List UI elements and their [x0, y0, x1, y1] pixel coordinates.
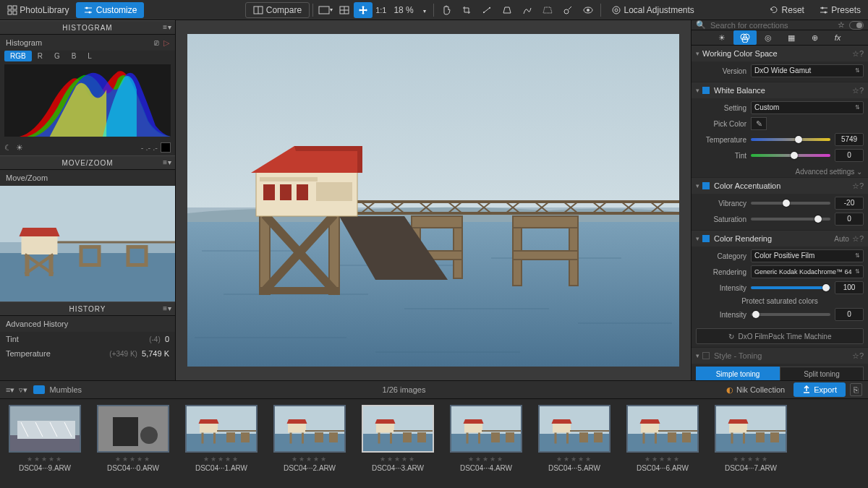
render-intensity-slider[interactable]: [751, 286, 830, 289]
svg-rect-165: [716, 406, 787, 434]
thumbnail[interactable]: ★★★★★DSC04···4.ARW: [447, 405, 525, 485]
monitor-icon[interactable]: ⎚: [154, 38, 159, 48]
straighten-tool-icon[interactable]: [477, 2, 496, 18]
protect-intensity-value[interactable]: 0: [835, 308, 864, 321]
rating-stars[interactable]: ★★★★★: [468, 455, 504, 463]
history-row[interactable]: Temperature(+349 K) 5,749 K: [0, 346, 175, 361]
highlight-clip-icon[interactable]: ☀: [16, 143, 23, 153]
view-layout-icon[interactable]: ▾: [316, 2, 335, 18]
histogram-menu-icon[interactable]: ≡▾: [163, 23, 172, 31]
local-panel-icon[interactable]: ⊕: [803, 30, 826, 45]
presets-button[interactable]: Presets: [812, 2, 868, 18]
rating-stars[interactable]: ★★★★★: [292, 455, 328, 463]
light-panel-icon[interactable]: ☀: [710, 30, 733, 45]
thumbnail[interactable]: ★★★★★DSC04···6.ARW: [624, 405, 702, 485]
filmstrip-menu-icon[interactable]: ≡▾: [6, 385, 14, 395]
rating-stars[interactable]: ★★★★★: [644, 455, 681, 463]
geometry-panel-icon[interactable]: ▦: [780, 30, 803, 45]
saturation-value-accent[interactable]: 0: [835, 213, 864, 226]
vibrancy-value[interactable]: -20: [835, 197, 864, 210]
svg-rect-127: [315, 432, 323, 442]
histogram-tab-g[interactable]: G: [48, 51, 66, 61]
detail-panel-icon[interactable]: ◎: [757, 30, 780, 45]
rating-stars[interactable]: ★★★★★: [203, 455, 239, 463]
redeye-tool-icon[interactable]: [579, 2, 597, 18]
zoom-1to1-button[interactable]: 1:1: [373, 2, 389, 18]
wb-advanced-link[interactable]: Advanced settings ⌄: [692, 166, 868, 177]
thumbnail[interactable]: ★★★★★DSC04···2.ARW: [271, 405, 349, 485]
reset-button[interactable]: Reset: [762, 2, 812, 18]
movezoom-menu-icon[interactable]: ≡▾: [163, 158, 172, 166]
thumbnail[interactable]: ★★★★★DSC04···0.ARW: [94, 405, 172, 485]
main-photo-viewport[interactable]: [187, 34, 679, 367]
reshape-tool-icon[interactable]: [538, 2, 557, 18]
svg-rect-129: [363, 406, 434, 434]
rating-stars[interactable]: ★★★★★: [380, 455, 416, 463]
rating-stars[interactable]: ★★★★★: [27, 455, 63, 463]
export-button[interactable]: Export: [793, 382, 846, 397]
tint-value[interactable]: 0: [835, 149, 864, 162]
export-more-icon[interactable]: ⎘: [850, 383, 862, 396]
histogram-tab-b[interactable]: B: [66, 51, 82, 61]
pin-icon[interactable]: ☆: [852, 49, 859, 59]
toggle-all-icon[interactable]: [849, 21, 864, 30]
tint-slider[interactable]: [751, 154, 830, 157]
saturation-slider-accent[interactable]: [751, 218, 830, 221]
thumbnail[interactable]: ★★★★★DSC04···5.ARW: [535, 405, 613, 485]
style-toning-header[interactable]: ▾Style - Toning☆ ?: [692, 348, 868, 364]
version-select[interactable]: DxO Wide Gamut⇅: [751, 64, 864, 77]
history-menu-icon[interactable]: ≡▾: [163, 304, 172, 312]
render-category-select[interactable]: Color Positive Film⇅: [751, 249, 864, 262]
thumbnail[interactable]: ★★★★★DSC04···3.ARW: [359, 405, 437, 485]
temperature-slider[interactable]: [751, 138, 830, 141]
repair-tool-icon[interactable]: [558, 2, 577, 18]
perspective-tool-icon[interactable]: [498, 2, 516, 18]
simple-toning-tab[interactable]: Simple toning: [696, 367, 780, 380]
photolibrary-button[interactable]: PhotoLibrary: [0, 2, 76, 18]
thumbnail[interactable]: ★★★★★DSC04···1.ARW: [182, 405, 260, 485]
thumbnail[interactable]: ★★★★★DSC04···9.ARW: [6, 405, 84, 485]
crop-tool-icon[interactable]: [457, 2, 476, 18]
rendering-select[interactable]: Generic Kodak Kodachrome™ 64⇅: [751, 265, 864, 278]
color-rendering-header[interactable]: ▾Color RenderingAuto☆ ?: [692, 231, 868, 247]
split-toning-tab[interactable]: Split toning: [780, 367, 864, 380]
rating-stars[interactable]: ★★★★★: [115, 455, 151, 463]
nik-collection-button[interactable]: ◐Nik Collection: [726, 385, 785, 395]
history-row[interactable]: Tint(-4) 0: [0, 332, 175, 346]
color-accentuation-header[interactable]: ▾Color Accentuation☆ ?: [692, 178, 868, 194]
histogram-tab-l[interactable]: L: [82, 51, 98, 61]
movezoom-thumbnail[interactable]: [0, 186, 175, 301]
histogram-tab-rgb[interactable]: RGB: [4, 51, 32, 61]
local-adjustments-button[interactable]: Local Adjustments: [604, 2, 702, 18]
play-icon[interactable]: ▷: [163, 38, 169, 48]
histogram-tab-r[interactable]: R: [32, 51, 48, 61]
svg-point-26: [824, 11, 826, 13]
color-panel-icon[interactable]: [733, 30, 757, 45]
svg-rect-85: [513, 216, 578, 228]
vibrancy-slider[interactable]: [751, 202, 830, 205]
control-points-icon[interactable]: [518, 2, 537, 18]
working-color-space-header[interactable]: ▾Working Color Space☆ ?: [692, 46, 868, 61]
filter-icon[interactable]: ▿▾: [19, 385, 27, 395]
filmpack-button[interactable]: ↻ DxO FilmPack Time Machine: [696, 328, 864, 344]
temperature-value[interactable]: 5749: [835, 133, 864, 146]
favorite-star-icon[interactable]: ☆: [838, 20, 845, 30]
move-tool-icon[interactable]: [354, 2, 373, 18]
customize-button[interactable]: Customize: [76, 2, 144, 18]
wb-setting-select[interactable]: Custom⇅: [751, 101, 864, 114]
effects-panel-icon[interactable]: fx: [826, 30, 849, 45]
rating-stars[interactable]: ★★★★★: [556, 455, 592, 463]
folder-chip[interactable]: Mumbles: [33, 385, 82, 394]
grid-icon[interactable]: [335, 2, 354, 18]
rating-stars[interactable]: ★★★★★: [733, 455, 769, 463]
render-intensity-value[interactable]: 100: [835, 281, 864, 294]
hand-tool-icon[interactable]: [437, 2, 456, 18]
zoom-percent[interactable]: 18 % ▾: [389, 5, 430, 15]
compare-button[interactable]: Compare: [245, 2, 310, 18]
white-balance-header[interactable]: ▾White Balance☆ ?: [692, 82, 868, 98]
shadow-clip-icon[interactable]: ☾: [4, 143, 12, 153]
eyedropper-icon[interactable]: ✎: [751, 117, 767, 130]
thumbnail[interactable]: ★★★★★DSC04···7.ARW: [712, 405, 790, 485]
protect-intensity-slider[interactable]: [751, 313, 830, 316]
search-input[interactable]: [710, 21, 833, 30]
